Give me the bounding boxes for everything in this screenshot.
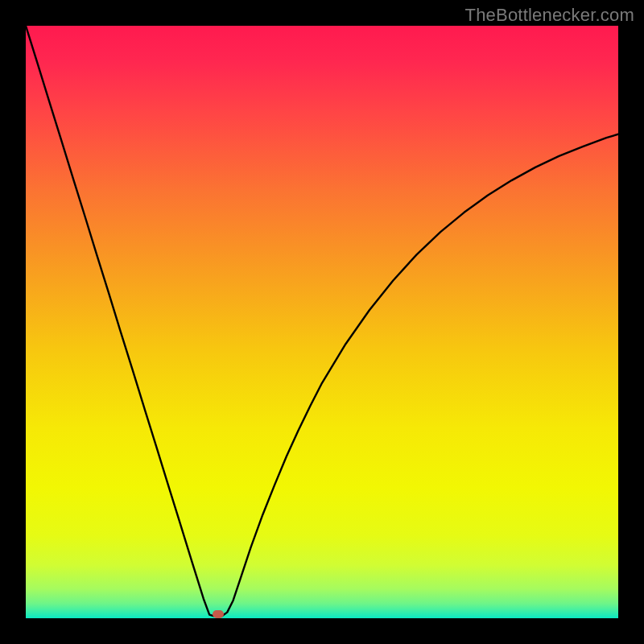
bottleneck-curve (26, 26, 618, 617)
curve-layer (26, 26, 618, 618)
watermark-text: TheBottlenecker.com (465, 5, 634, 26)
minimum-marker (213, 610, 224, 618)
chart-frame: TheBottlenecker.com (0, 0, 644, 644)
plot-area (26, 26, 618, 618)
